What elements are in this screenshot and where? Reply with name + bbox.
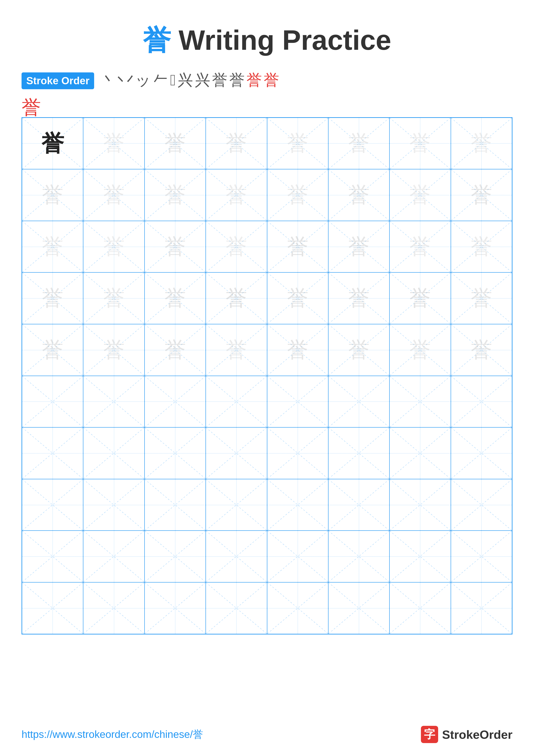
grid-cell[interactable] bbox=[451, 582, 512, 634]
grid-cell[interactable]: 誉 bbox=[451, 169, 512, 221]
grid-cell[interactable] bbox=[328, 376, 390, 428]
svg-line-148 bbox=[145, 582, 206, 634]
grid-cell[interactable] bbox=[83, 530, 144, 582]
grid-cell[interactable] bbox=[267, 376, 328, 428]
grid-cell[interactable] bbox=[390, 530, 451, 582]
grid-cell[interactable]: 誉 bbox=[83, 272, 144, 324]
grid-cell[interactable] bbox=[328, 427, 390, 479]
grid-cell[interactable] bbox=[83, 479, 144, 531]
grid-cell[interactable]: 誉 bbox=[390, 118, 451, 169]
grid-cell[interactable]: 誉 bbox=[144, 272, 206, 324]
grid-cell[interactable]: 誉 bbox=[328, 118, 390, 169]
svg-line-104 bbox=[267, 428, 328, 479]
grid-cell[interactable]: 誉 bbox=[206, 221, 267, 273]
grid-cell[interactable] bbox=[328, 530, 390, 582]
grid-cell[interactable] bbox=[451, 376, 512, 428]
svg-line-83 bbox=[83, 376, 144, 427]
grid-cell[interactable] bbox=[206, 376, 267, 428]
stroke-steps: 丶 丷 ッ 𠂉 𠃌 兴 兴 誉 誉 誉 誉 bbox=[101, 72, 513, 88]
grid-cell[interactable] bbox=[144, 376, 206, 428]
grid-cell[interactable]: 誉 bbox=[206, 324, 267, 376]
grid-cell[interactable] bbox=[451, 530, 512, 582]
grid-cell[interactable] bbox=[144, 530, 206, 582]
grid-cell[interactable]: 誉 bbox=[328, 169, 390, 221]
grid-cell[interactable]: 誉 bbox=[144, 324, 206, 376]
grid-cell[interactable]: 誉 bbox=[83, 169, 144, 221]
grid-cell[interactable]: 誉 bbox=[451, 324, 512, 376]
grid-cell[interactable]: 誉 bbox=[451, 221, 512, 273]
practice-char: 誉 bbox=[225, 184, 247, 206]
grid-cell[interactable]: 誉 bbox=[328, 324, 390, 376]
grid-cell[interactable] bbox=[22, 530, 83, 582]
grid-cell[interactable] bbox=[83, 376, 144, 428]
stroke-step-5: 𠃌 bbox=[170, 72, 176, 88]
grid-cell[interactable]: 誉 bbox=[83, 324, 144, 376]
grid-cell[interactable]: 誉 bbox=[328, 272, 390, 324]
grid-cell[interactable]: 誉 bbox=[22, 272, 83, 324]
grid-cell[interactable] bbox=[451, 479, 512, 531]
grid-cell[interactable]: 誉 bbox=[267, 272, 328, 324]
grid-cell[interactable]: 誉 bbox=[390, 169, 451, 221]
grid-cell[interactable] bbox=[144, 479, 206, 531]
practice-char: 誉 bbox=[409, 339, 431, 361]
footer-url[interactable]: https://www.strokeorder.com/chinese/誉 bbox=[21, 728, 203, 741]
svg-line-88 bbox=[267, 376, 328, 427]
grid-cell[interactable]: 誉 bbox=[267, 118, 328, 169]
svg-line-137 bbox=[267, 531, 328, 582]
practice-char: 誉 bbox=[103, 133, 125, 154]
svg-line-114 bbox=[83, 479, 144, 530]
grid-cell[interactable]: 誉 bbox=[83, 118, 144, 169]
practice-char: 誉 bbox=[225, 287, 247, 309]
grid-cell[interactable] bbox=[144, 427, 206, 479]
grid-cell[interactable] bbox=[83, 582, 144, 634]
practice-char: 誉 bbox=[287, 339, 309, 361]
grid-cell[interactable]: 誉 bbox=[206, 169, 267, 221]
svg-line-85 bbox=[145, 376, 206, 427]
grid-cell[interactable] bbox=[206, 530, 267, 582]
practice-char: 誉 bbox=[287, 133, 309, 154]
grid-cell[interactable] bbox=[267, 530, 328, 582]
grid-cell[interactable] bbox=[390, 376, 451, 428]
practice-char: 誉 bbox=[225, 236, 247, 257]
grid-cell[interactable] bbox=[206, 582, 267, 634]
grid-cell[interactable]: 誉 bbox=[206, 272, 267, 324]
grid-cell[interactable] bbox=[390, 479, 451, 531]
grid-cell[interactable] bbox=[267, 479, 328, 531]
grid-cell[interactable] bbox=[22, 479, 83, 531]
grid-cell[interactable]: 誉 bbox=[22, 221, 83, 273]
grid-cell[interactable]: 誉 bbox=[390, 272, 451, 324]
grid-cell[interactable] bbox=[390, 582, 451, 634]
grid-cell[interactable]: 誉 bbox=[22, 169, 83, 221]
grid-cell[interactable]: 誉 bbox=[390, 221, 451, 273]
grid-cell[interactable] bbox=[22, 427, 83, 479]
grid-cell[interactable]: 誉 bbox=[328, 221, 390, 273]
grid-cell[interactable] bbox=[267, 427, 328, 479]
grid-cell[interactable] bbox=[206, 427, 267, 479]
grid-cell[interactable]: 誉 bbox=[83, 221, 144, 273]
grid-cell[interactable] bbox=[451, 427, 512, 479]
grid-cell[interactable] bbox=[390, 427, 451, 479]
grid-cell[interactable]: 誉 bbox=[144, 118, 206, 169]
grid-cell[interactable] bbox=[328, 582, 390, 634]
grid-cell[interactable]: 誉 bbox=[22, 324, 83, 376]
grid-cell[interactable]: 誉 bbox=[22, 118, 83, 169]
grid-cell[interactable]: 誉 bbox=[206, 118, 267, 169]
svg-line-109 bbox=[390, 428, 450, 479]
grid-cell[interactable]: 誉 bbox=[144, 169, 206, 221]
grid-cell[interactable]: 誉 bbox=[267, 169, 328, 221]
grid-cell[interactable] bbox=[144, 582, 206, 634]
grid-cell[interactable] bbox=[22, 582, 83, 634]
grid-cell[interactable] bbox=[22, 376, 83, 428]
grid-cell[interactable] bbox=[328, 479, 390, 531]
grid-cell[interactable]: 誉 bbox=[267, 221, 328, 273]
svg-line-159 bbox=[451, 582, 512, 634]
grid-cell[interactable] bbox=[206, 479, 267, 531]
grid-cell[interactable]: 誉 bbox=[144, 221, 206, 273]
practice-char: 誉 bbox=[471, 287, 492, 309]
grid-cell[interactable]: 誉 bbox=[451, 118, 512, 169]
grid-cell[interactable]: 誉 bbox=[267, 324, 328, 376]
grid-cell[interactable] bbox=[83, 427, 144, 479]
grid-cell[interactable]: 誉 bbox=[451, 272, 512, 324]
grid-cell[interactable] bbox=[267, 582, 328, 634]
grid-cell[interactable]: 誉 bbox=[390, 324, 451, 376]
